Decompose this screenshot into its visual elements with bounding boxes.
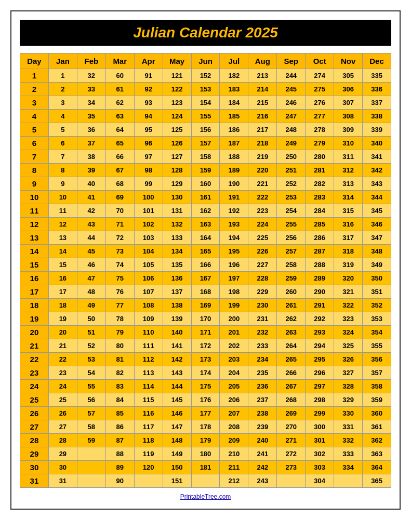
month-cell-mar: 89 [105,461,134,474]
month-cell-aug: 217 [248,123,277,137]
month-cell-apr [134,474,163,488]
month-cell-may: 150 [163,461,191,474]
month-cell-dec: 353 [363,312,391,326]
month-cell-jul: 184 [220,96,248,110]
month-cell-dec: 356 [363,353,391,366]
page: Julian Calendar 2025 DayJanFebMarAprMayJ… [10,10,401,510]
month-cell-dec: 347 [363,231,391,245]
month-cell-may: 131 [163,204,191,218]
month-cell-may: 133 [163,231,191,245]
month-cell-jul: 199 [220,299,248,312]
month-cell-mar: 81 [105,353,134,366]
header-mar: Mar [105,54,134,69]
month-cell-nov: 327 [334,366,363,380]
month-cell-apr: 93 [134,96,163,110]
month-cell-apr: 101 [134,204,163,218]
month-cell-nov: 323 [334,312,363,326]
footer-link[interactable]: PrintableTree.com [20,493,391,500]
day-cell: 18 [20,299,49,312]
month-cell-dec: 363 [363,447,391,461]
table-row: 19195078109139170200231262292323353 [20,312,391,326]
month-cell-oct: 275 [306,83,334,96]
month-cell-mar: 68 [105,177,134,191]
month-cell-jun: 160 [191,177,220,191]
month-cell-feb: 43 [77,218,105,231]
month-cell-may: 149 [163,447,191,461]
month-cell-may: 124 [163,110,191,123]
month-cell-sep: 269 [277,407,306,420]
month-cell-jan: 29 [48,447,77,461]
month-cell-jul: 187 [220,137,248,150]
month-cell-may: 141 [163,339,191,353]
month-cell-apr: 99 [134,177,163,191]
month-cell-dec: 342 [363,164,391,177]
month-cell-jun: 180 [191,447,220,461]
month-cell-jan: 27 [48,420,77,434]
table-row: 88396798128159189220251281312342 [20,164,391,177]
month-cell-feb: 58 [77,420,105,434]
month-cell-jul: 212 [220,474,248,488]
header-oct: Oct [306,54,334,69]
month-cell-apr: 100 [134,191,163,204]
month-cell-mar: 78 [105,312,134,326]
month-cell-feb: 41 [77,191,105,204]
month-cell-nov: 316 [334,218,363,231]
header-jun: Jun [191,54,220,69]
month-cell-oct: 295 [306,353,334,366]
month-cell-aug: 235 [248,366,277,380]
table-row: 99406899129160190221252282313343 [20,177,391,191]
month-cell-aug: 228 [248,272,277,285]
month-cell-jan: 19 [48,312,77,326]
month-cell-jun: 171 [191,326,220,339]
month-cell-jul: 190 [220,177,248,191]
month-cell-jun: 159 [191,164,220,177]
month-cell-may: 121 [163,69,191,83]
month-cell-feb: 44 [77,231,105,245]
month-cell-mar: 65 [105,137,134,150]
month-cell-nov: 331 [334,420,363,434]
month-cell-apr: 92 [134,83,163,96]
month-cell-oct: 289 [306,272,334,285]
table-row: 11326091121152182213244274305335 [20,69,391,83]
day-cell: 8 [20,164,49,177]
month-cell-oct: 286 [306,231,334,245]
month-cell-may: 134 [163,245,191,258]
month-cell-jul: 208 [220,420,248,434]
day-cell: 26 [20,407,49,420]
month-cell-jan: 14 [48,245,77,258]
table-row: 12124371102132163193224255285316346 [20,218,391,231]
month-cell-jul: 192 [220,204,248,218]
table-row: 303089120150181211242273303334364 [20,461,391,474]
month-cell-sep: 259 [277,272,306,285]
month-cell-jun: 163 [191,218,220,231]
month-cell-jan: 16 [48,272,77,285]
table-row: 25255684115145176206237268298329359 [20,393,391,407]
table-row: 14144573104134165195226257287318348 [20,245,391,258]
month-cell-oct: 294 [306,339,334,353]
month-cell-sep: 260 [277,285,306,299]
day-cell: 29 [20,447,49,461]
month-cell-apr: 105 [134,258,163,272]
month-cell-apr: 117 [134,420,163,434]
month-cell-dec: 350 [363,272,391,285]
month-cell-feb: 40 [77,177,105,191]
table-row: 313190151212243304365 [20,474,391,488]
month-cell-may: 126 [163,137,191,150]
month-cell-apr: 97 [134,150,163,164]
month-cell-apr: 103 [134,231,163,245]
month-cell-sep: 273 [277,461,306,474]
month-cell-jan: 10 [48,191,77,204]
month-cell-oct: 300 [306,420,334,434]
month-cell-mar: 77 [105,299,134,312]
month-cell-oct: 274 [306,69,334,83]
table-row: 33346293123154184215246276307337 [20,96,391,110]
month-cell-sep: 255 [277,218,306,231]
header-aug: Aug [248,54,277,69]
month-cell-feb: 51 [77,326,105,339]
month-cell-dec: 354 [363,326,391,339]
month-cell-dec: 361 [363,420,391,434]
month-cell-apr: 107 [134,285,163,299]
month-cell-apr: 96 [134,137,163,150]
month-cell-dec: 358 [363,380,391,393]
month-cell-mar: 79 [105,326,134,339]
